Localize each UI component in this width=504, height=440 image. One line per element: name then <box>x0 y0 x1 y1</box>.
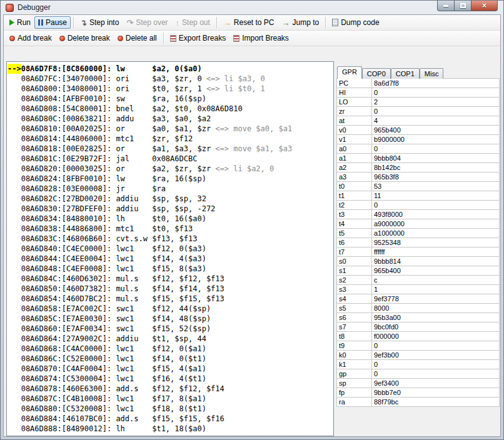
disassembly-line[interactable]: 08A6D86C:[C52E0000]: lwc1$f14, 0($t1) <box>8 354 333 364</box>
step-over-button[interactable]: ↷ Step over <box>123 16 171 29</box>
step-into-button[interactable]: ↴ Step into <box>76 16 123 29</box>
register-row: sp9ef3400 <box>337 379 500 388</box>
register-value[interactable]: 0 <box>372 360 500 369</box>
register-value[interactable]: 493f8000 <box>372 210 500 219</box>
address-opcode: 08A6D858:[E7AC002C]: <box>21 304 116 313</box>
register-value[interactable]: 95b3a00 <box>372 313 500 322</box>
disassembly-line[interactable]: 08A6D858:[E7AC002C]: swc1$f12, 44($sp) <box>8 304 333 314</box>
register-value[interactable]: 9bc0fd0 <box>372 322 500 332</box>
disassembly-line[interactable]: 08A6D810:[00A02025]: or$a0, $a1, $zr <=>… <box>8 124 333 134</box>
register-value[interactable]: 4 <box>372 116 500 126</box>
register-value[interactable]: 2 <box>372 98 500 107</box>
disassembly-line[interactable]: 08A6D860:[E7AF0034]: swc1$f15, 52($sp) <box>8 324 333 334</box>
mnemonic: lwc1 <box>116 254 152 264</box>
register-value[interactable]: 11 <box>372 191 500 201</box>
disassembly-line[interactable]: 08A6D880:[C5320008]: lwc1$f18, 8($t1) <box>8 404 333 414</box>
register-value[interactable]: 965b3f8 <box>372 172 500 182</box>
minimize-button[interactable] <box>437 1 455 11</box>
disassembly-line[interactable]: 08A6D87C:[C4B10008]: lwc1$f17, 8($a1) <box>8 394 333 404</box>
register-value[interactable]: 9ef3b00 <box>372 351 500 360</box>
titlebar[interactable]: Debugger × <box>1 1 503 14</box>
export-breaks-button[interactable]: Export Breaks <box>166 32 229 44</box>
reset-to-pc-button[interactable]: → Reset to PC <box>219 16 278 29</box>
disassembly-line[interactable]: -->08A6D7F8:[8C860000]: lw$a2, 0($a0) <box>8 64 333 74</box>
register-value[interactable]: 8000 <box>372 304 500 313</box>
disassembly-line[interactable]: 08A6D818:[00E02825]: or$a1, $a3, $zr <=>… <box>8 144 333 154</box>
delete-all-button[interactable]: Delete all <box>114 32 161 44</box>
register-value[interactable]: 9ef3778 <box>372 294 500 304</box>
disassembly-line[interactable]: 08A6D824:[8FBF0010]: lw$ra, 16($sp) <box>8 174 333 184</box>
register-value[interactable]: 8b142bc <box>372 163 500 172</box>
disassembly-line[interactable]: 08A6D878:[460E6300]: add.s$f12, $f12, $f… <box>8 384 333 394</box>
register-value[interactable]: 1 <box>372 285 500 294</box>
disassembly-line[interactable]: 08A6D828:[03E00008]: jr$ra <box>8 184 333 194</box>
disassembly-line[interactable]: 08A6D850:[460D7382]: mul.s$f14, $f14, $f… <box>8 284 333 294</box>
disassembly-line[interactable]: 08A6D804:[AFBF0010]: sw$ra, 16($sp) <box>8 94 333 104</box>
disassembly-line[interactable]: 08A6D874:[C5300004]: lwc1$f16, 4($t1) <box>8 374 333 384</box>
dump-code-button[interactable]: Dump code <box>328 16 383 29</box>
register-value[interactable]: 9525348 <box>372 238 500 248</box>
mnemonic: add.s <box>116 384 152 394</box>
disassembly-line[interactable]: 08A6D800:[34080001]: ori$t0, $zr, 1 <=> … <box>8 84 333 94</box>
mnemonic: bnel <box>116 104 152 114</box>
disassembly-line[interactable]: 08A6D85C:[E7AE0030]: swc1$f14, 48($sp) <box>8 314 333 324</box>
disassembly-line[interactable]: 08A6D83C:[46806B60]: cvt.s.w$f13, $f13 <box>8 234 333 244</box>
tab-cop0[interactable]: COP0 <box>362 68 391 79</box>
operands: $f12, 44($sp) <box>152 304 211 313</box>
register-value[interactable]: f000000 <box>372 332 500 341</box>
disassembly-line[interactable]: 08A6D814:[44806000]: mtc1$zr, $f12 <box>8 134 333 144</box>
register-value[interactable]: 965b400 <box>372 266 500 276</box>
disassembly-line[interactable]: 08A6D870:[C4AF0004]: lwc1$f15, 4($a1) <box>8 364 333 374</box>
close-button[interactable]: × <box>471 1 498 11</box>
disassembly-panel[interactable]: -->08A6D7F8:[8C860000]: lw$a2, 0($a0)08A… <box>6 61 334 436</box>
register-value[interactable]: 0 <box>372 107 500 116</box>
disassembly-line[interactable]: 08A6D864:[27A9002C]: addiu$t1, $sp, 44 <box>8 334 333 344</box>
step-out-button[interactable]: ↑ Step out <box>172 16 214 29</box>
register-value[interactable]: 0 <box>372 369 500 379</box>
maximize-button[interactable] <box>455 1 471 11</box>
disassembly-line[interactable]: 08A6D888:[84890012]: lh$t1, 18($a0) <box>8 424 333 434</box>
disassembly-line[interactable]: 08A6D838:[44886800]: mtc1$t0, $f13 <box>8 224 333 234</box>
tab-misc[interactable]: Misc <box>420 68 444 79</box>
run-button[interactable]: Run <box>6 16 34 29</box>
disassembly-line[interactable]: 08A6D82C:[27BD0020]: addiu$sp, $sp, 32 <box>8 194 333 204</box>
register-value[interactable]: ffffff <box>372 248 500 257</box>
disassembly-line[interactable]: 08A6D884:[46107BC0]: add.s$f15, $f15, $f… <box>8 414 333 424</box>
disassembly-line[interactable]: 08A6D868:[C4AC0000]: lwc1$f12, 0($a1) <box>8 344 333 354</box>
disassembly-line[interactable]: 08A6D844:[C4EE0004]: lwc1$f14, 4($a3) <box>8 254 333 264</box>
import-breaks-button[interactable]: Import Breaks <box>229 32 293 44</box>
disassembly-line[interactable]: 08A6D7FC:[34070000]: ori$a3, $zr, 0 <=> … <box>8 74 333 84</box>
register-value[interactable]: 965b400 <box>372 126 500 135</box>
register-value[interactable]: c <box>372 276 500 285</box>
disassembly-line[interactable]: 08A6D840:[C4EC0000]: lwc1$f12, 0($a3) <box>8 244 333 254</box>
disassembly-line[interactable]: 08A6D84C:[460D6302]: mul.s$f12, $f12, $f… <box>8 274 333 284</box>
disassembly-line[interactable]: 08A6D848:[C4EF0008]: lwc1$f15, 8($a3) <box>8 264 333 274</box>
register-value[interactable]: a9000000 <box>372 219 500 229</box>
disassembly-line[interactable]: 08A6D80C:[00863821]: addu$a3, $a0, $a2 <box>8 114 333 124</box>
delete-break-button[interactable]: Delete break <box>56 32 114 44</box>
register-value[interactable]: a1000000 <box>372 229 500 238</box>
add-break-button[interactable]: Add break <box>6 32 56 44</box>
register-value[interactable]: b9000000 <box>372 135 500 144</box>
register-value[interactable]: 0 <box>372 144 500 154</box>
register-value[interactable]: 9bbb804 <box>372 154 500 163</box>
register-value[interactable]: 9bbb7e0 <box>372 388 500 398</box>
register-value[interactable]: 0 <box>372 341 500 351</box>
tab-gpr[interactable]: GPR <box>337 66 362 79</box>
tab-cop1[interactable]: COP1 <box>391 68 420 79</box>
register-value[interactable]: 9bbb814 <box>372 257 500 266</box>
jump-to-button[interactable]: → Jump to <box>278 16 323 29</box>
disassembly-line[interactable]: 08A6D81C:[0E29B72F]: jal0x08A6DCBC <box>8 154 333 164</box>
disassembly-line[interactable]: 08A6D808:[54C80001]: bnel$a2, $t0, 0x08A… <box>8 104 333 114</box>
register-value[interactable]: 0 <box>372 88 500 98</box>
register-value[interactable]: 9ef3400 <box>372 379 500 388</box>
register-value[interactable]: 53 <box>372 182 500 191</box>
disassembly-line[interactable]: 08A6D834:[84880010]: lh$t0, 16($a0) <box>8 214 333 224</box>
disassembly-line[interactable]: 08A6D820:[00003025]: or$a2, $zr, $zr <=>… <box>8 164 333 174</box>
register-value[interactable]: 88f79bc <box>372 398 500 407</box>
register-value[interactable]: 0 <box>372 201 500 210</box>
register-value[interactable]: 8a6d7f8 <box>372 79 500 88</box>
disassembly-line[interactable]: 08A6D854:[460D7BC2]: mul.s$f15, $f15, $f… <box>8 294 333 304</box>
disassembly-line[interactable]: 08A6D830:[27BDFEF0]: addiu$sp, $sp, -272 <box>8 204 333 214</box>
pause-button[interactable]: Pause <box>34 16 71 29</box>
